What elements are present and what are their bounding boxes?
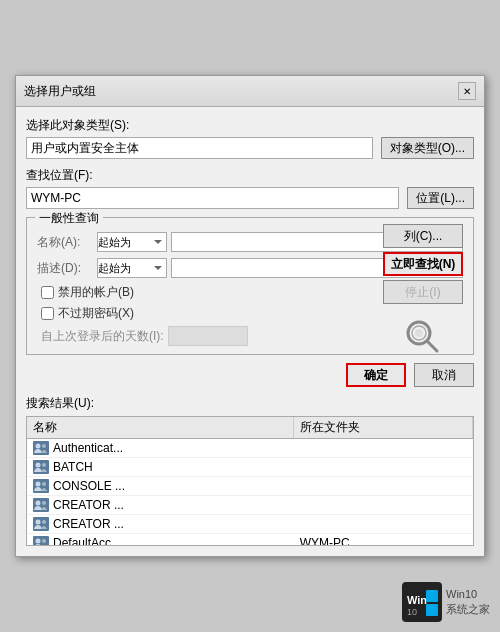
- name-select[interactable]: 起始为: [97, 232, 167, 252]
- svg-point-9: [42, 463, 46, 467]
- result-name-cell: CONSOLE ...: [27, 477, 294, 496]
- result-folder-cell: [294, 458, 473, 477]
- ok-cancel-area: 确定 取消: [26, 363, 474, 387]
- dialog-title: 选择用户或组: [24, 83, 96, 100]
- watermark-text: Win10 系统之家: [446, 587, 490, 618]
- object-type-label: 选择此对象类型(S):: [26, 117, 474, 134]
- result-name-cell: CREATOR ...: [27, 496, 294, 515]
- days-input: [168, 326, 248, 346]
- svg-point-14: [36, 501, 41, 506]
- no-expire-checkbox[interactable]: [41, 307, 54, 320]
- user-group-icon: [33, 441, 49, 455]
- results-table: 名称 所在文件夹 Authenticat... BATCH CONSOLE ..…: [27, 417, 473, 546]
- svg-rect-43: [426, 590, 438, 602]
- ok-button[interactable]: 确定: [346, 363, 406, 387]
- table-row[interactable]: CREATOR ...: [27, 496, 473, 515]
- result-folder-cell: [294, 496, 473, 515]
- select-user-dialog: 选择用户或组 ✕ 选择此对象类型(S): 对象类型(O)... 查找位置(F):…: [15, 75, 485, 557]
- result-folder-cell: [294, 439, 473, 458]
- title-bar: 选择用户或组 ✕: [16, 76, 484, 107]
- svg-rect-44: [426, 604, 438, 616]
- location-row: 查找位置(F): 位置(L)...: [26, 167, 474, 209]
- svg-text:10: 10: [407, 607, 417, 617]
- results-label: 搜索结果(U):: [26, 395, 474, 412]
- disabled-account-label: 禁用的帐户(B): [58, 284, 134, 301]
- svg-point-15: [42, 501, 46, 505]
- no-expire-label: 不过期密码(X): [58, 305, 134, 322]
- user-group-icon: [33, 536, 49, 546]
- location-label: 查找位置(F):: [26, 167, 474, 184]
- svg-rect-19: [33, 536, 49, 546]
- table-header-row: 名称 所在文件夹: [27, 417, 473, 439]
- days-label: 自上次登录后的天数(I):: [41, 328, 164, 345]
- desc-label: 描述(D):: [37, 260, 97, 277]
- general-query-title: 一般性查询: [35, 210, 103, 227]
- svg-point-17: [36, 520, 41, 525]
- list-columns-button[interactable]: 列(C)...: [383, 224, 463, 248]
- disabled-account-checkbox[interactable]: [41, 286, 54, 299]
- search-now-button[interactable]: 立即查找(N): [383, 252, 463, 276]
- svg-line-2: [427, 341, 437, 351]
- result-folder-cell: [294, 515, 473, 534]
- svg-point-12: [42, 482, 46, 486]
- table-row[interactable]: CONSOLE ...: [27, 477, 473, 496]
- location-button[interactable]: 位置(L)...: [407, 187, 474, 209]
- col-folder-header: 所在文件夹: [294, 417, 473, 439]
- cancel-button[interactable]: 取消: [414, 363, 474, 387]
- stop-button[interactable]: 停止(I): [383, 280, 463, 304]
- user-group-icon: [33, 460, 49, 474]
- svg-point-11: [36, 482, 41, 487]
- search-icon-area: [383, 318, 463, 356]
- result-folder-cell: [294, 477, 473, 496]
- table-row[interactable]: BATCH: [27, 458, 473, 477]
- location-input[interactable]: [26, 187, 399, 209]
- object-type-input[interactable]: [26, 137, 373, 159]
- result-name-cell: BATCH: [27, 458, 294, 477]
- svg-point-8: [36, 463, 41, 468]
- name-label: 名称(A):: [37, 234, 97, 251]
- desc-select[interactable]: 起始为: [97, 258, 167, 278]
- svg-point-5: [36, 444, 41, 449]
- results-scrollbox[interactable]: 名称 所在文件夹 Authenticat... BATCH CONSOLE ..…: [26, 416, 474, 546]
- user-group-icon: [33, 517, 49, 531]
- object-type-row: 选择此对象类型(S): 对象类型(O)...: [26, 117, 474, 159]
- right-buttons: 列(C)... 立即查找(N) 停止(I): [383, 224, 463, 356]
- results-section: 搜索结果(U): 名称 所在文件夹 Authenticat...: [26, 395, 474, 546]
- watermark-logo-icon: Win 10: [402, 582, 442, 622]
- svg-point-6: [42, 444, 46, 448]
- result-folder-cell: WYM-PC: [294, 534, 473, 547]
- close-button[interactable]: ✕: [458, 82, 476, 100]
- magnifier-icon: [404, 318, 442, 356]
- table-row[interactable]: DefaultAcc...WYM-PC: [27, 534, 473, 547]
- svg-point-20: [36, 539, 41, 544]
- table-row[interactable]: CREATOR ...: [27, 515, 473, 534]
- object-type-button[interactable]: 对象类型(O)...: [381, 137, 474, 159]
- user-group-icon: [33, 498, 49, 512]
- user-group-icon: [33, 479, 49, 493]
- svg-text:Win: Win: [407, 594, 427, 606]
- svg-point-21: [42, 539, 46, 543]
- table-row[interactable]: Authenticat...: [27, 439, 473, 458]
- svg-point-3: [415, 329, 423, 337]
- svg-point-18: [42, 520, 46, 524]
- result-name-cell: Authenticat...: [27, 439, 294, 458]
- result-name-cell: CREATOR ...: [27, 515, 294, 534]
- watermark: Win 10 Win10 系统之家: [402, 582, 490, 622]
- result-name-cell: DefaultAcc...: [27, 534, 294, 547]
- general-query-group: 一般性查询 名称(A): 起始为 描述(D): 起始为: [26, 217, 474, 355]
- col-name-header: 名称: [27, 417, 294, 439]
